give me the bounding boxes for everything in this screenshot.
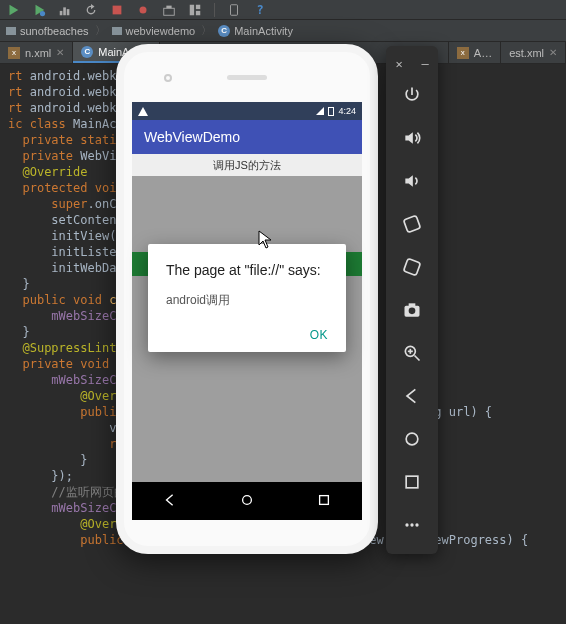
close-icon[interactable]: ✕ [549,47,557,58]
tab-label: n.xml [25,47,51,59]
xml-file-icon: x [8,47,20,59]
tab-label: est.xml [509,47,544,59]
svg-point-23 [406,433,418,445]
dialog-ok-button[interactable]: OK [310,328,328,342]
svg-rect-18 [409,303,416,306]
breadcrumb-item[interactable]: sunofbeaches [6,25,89,37]
svg-rect-4 [113,5,122,14]
more-icon[interactable] [388,503,436,546]
help-icon[interactable]: ? [253,3,267,17]
svg-point-25 [405,523,408,526]
emulator-device-frame: 4:24 WebViewDemo 调用JS的方法 The page at "fi… [116,44,378,554]
svg-rect-14 [403,215,420,232]
chevron-right-icon: 〉 [201,23,212,38]
emulator-close-icon[interactable]: ✕ [395,57,402,71]
folder-icon [6,27,16,35]
android-status-bar: 4:24 [132,102,362,120]
svg-rect-10 [196,10,200,14]
svg-rect-15 [403,258,420,275]
svg-rect-7 [166,5,171,8]
volume-up-icon[interactable] [388,116,436,159]
emulator-overview-icon[interactable] [388,460,436,503]
phone-camera-icon [164,74,172,82]
tab-label: A… [474,47,492,59]
breadcrumb-label: webviewdemo [126,25,196,37]
svg-point-5 [140,6,147,13]
status-time: 4:24 [338,106,356,116]
capture-icon[interactable] [162,3,176,17]
editor-tab[interactable]: x n.xml ✕ [0,42,73,63]
nav-recent-icon[interactable] [317,493,331,510]
js-call-button[interactable]: 调用JS的方法 [132,154,362,176]
emulator-minimize-icon[interactable]: — [421,57,428,71]
js-button-label: 调用JS的方法 [213,158,281,173]
nav-home-icon[interactable] [240,493,254,510]
dialog-message: android调用 [166,292,328,309]
breadcrumb-item[interactable]: C MainActivity [218,25,293,37]
zoom-icon[interactable] [388,331,436,374]
svg-rect-11 [231,4,238,15]
svg-rect-2 [63,7,66,15]
close-icon[interactable]: ✕ [56,47,64,58]
folder-icon [112,27,122,35]
xml-file-icon: x [457,47,469,59]
android-nav-bar [132,482,362,520]
class-icon: C [218,25,230,37]
emulator-control-bar: ✕ — [386,46,438,554]
debug-attach-icon[interactable] [32,3,46,17]
volume-down-icon[interactable] [388,159,436,202]
svg-rect-9 [196,4,200,8]
editor-tab[interactable]: est.xml ✕ [501,42,566,63]
dot-icon[interactable] [136,3,150,17]
phone-speaker-icon [227,75,267,80]
svg-point-27 [415,523,418,526]
dialog-title: The page at "file://" says: [166,262,328,278]
rotate-right-icon[interactable] [388,245,436,288]
refresh-icon[interactable] [84,3,98,17]
screenshot-icon[interactable] [388,288,436,331]
nav-back-icon[interactable] [163,493,177,510]
breadcrumb-label: sunofbeaches [20,25,89,37]
editor-tab[interactable]: x A… [448,42,501,63]
svg-rect-24 [406,476,418,488]
emulator-home-icon[interactable] [388,417,436,460]
svg-point-12 [243,495,252,504]
js-alert-dialog: The page at "file://" says: android调用 OK [148,244,346,352]
svg-rect-13 [319,495,328,504]
power-icon[interactable] [388,74,436,117]
app-title: WebViewDemo [144,129,240,145]
phone-bezel-top [124,52,370,102]
svg-rect-6 [164,8,175,15]
breadcrumb-label: MainActivity [234,25,293,37]
warning-icon [138,107,148,116]
svg-point-26 [410,523,413,526]
battery-icon [328,107,334,116]
run-icon[interactable] [6,3,20,17]
layout-icon[interactable] [188,3,202,17]
svg-rect-8 [190,4,194,15]
svg-point-0 [40,10,45,15]
svg-line-20 [415,355,420,360]
breadcrumb-item[interactable]: webviewdemo [112,25,196,37]
svg-rect-1 [60,10,63,14]
class-file-icon: C [81,46,93,58]
breadcrumb: sunofbeaches 〉 webviewdemo 〉 C MainActiv… [0,20,566,42]
ide-toolbar: ? [0,0,566,20]
svg-rect-3 [67,9,70,15]
stop-icon[interactable] [110,3,124,17]
avd-icon[interactable] [227,3,241,17]
signal-icon [316,107,324,115]
emulator-back-icon[interactable] [388,374,436,417]
app-bar: WebViewDemo [132,120,362,154]
rotate-left-icon[interactable] [388,202,436,245]
chevron-right-icon: 〉 [95,23,106,38]
svg-point-17 [409,307,416,314]
profiler-icon[interactable] [58,3,72,17]
emulator-screen[interactable]: 4:24 WebViewDemo 调用JS的方法 The page at "fi… [132,102,362,482]
